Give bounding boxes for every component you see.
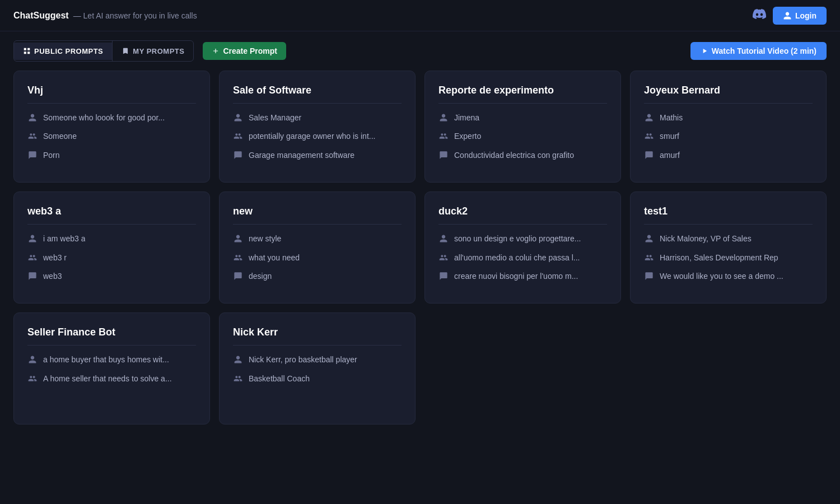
card-row-3: Conductividad electrica con grafito <box>438 150 607 163</box>
prompt-card[interactable]: Seller Finance Bot a home buyer that buy… <box>13 312 210 424</box>
prompt-card[interactable]: Sale of Software Sales Manager potential… <box>219 71 416 183</box>
person-icon <box>27 234 38 246</box>
card-row-3-text: Conductividad electrica con grafito <box>454 150 574 161</box>
card-row-2-text: Someone <box>43 131 77 142</box>
watch-tutorial-button[interactable]: Watch Tutorial Video (2 min) <box>690 42 827 60</box>
card-row-2-text: smurf <box>660 131 679 142</box>
card-row-1: Jimena <box>438 113 607 125</box>
card-row-1: Someone who loook for good por... <box>27 113 196 125</box>
card-row-2-text: Experto <box>454 131 481 142</box>
card-row-2: Experto <box>438 131 607 144</box>
card-row-1: Nick Maloney, VP of Sales <box>644 234 813 246</box>
login-label: Login <box>795 11 816 20</box>
card-row-2-text: Harrison, Sales Development Rep <box>660 253 778 264</box>
card-row-1: Sales Manager <box>233 113 402 125</box>
person-icon <box>27 113 38 125</box>
card-row-1-text: sono un design e voglio progettare... <box>454 234 581 245</box>
person-icon <box>233 234 243 246</box>
card-row-1-text: Sales Manager <box>249 113 301 124</box>
card-row-3: web3 <box>27 271 196 284</box>
prompt-card[interactable]: Reporte de experimento Jimena Experto Co… <box>424 71 621 183</box>
chat-icon <box>644 151 654 163</box>
card-row-3-text: Garage management software <box>249 150 354 161</box>
card-row-3: amurf <box>644 150 813 163</box>
chat-icon <box>438 151 449 163</box>
card-row-1-text: Nick Kerr, pro basketball player <box>249 354 357 366</box>
group-icon <box>438 132 449 144</box>
card-title: web3 a <box>27 206 196 225</box>
card-row-1-text: i am web3 a <box>43 234 85 245</box>
user-icon <box>783 11 792 20</box>
card-row-3-text: Porn <box>43 150 60 161</box>
card-title: Seller Finance Bot <box>27 326 196 346</box>
person-icon <box>438 113 449 125</box>
header-left: ChatSuggest — Let AI answer for you in l… <box>13 11 197 21</box>
tab-group: PUBLIC PROMPTS MY PROMPTS <box>13 40 194 62</box>
card-row-3-text: amurf <box>660 150 680 161</box>
discord-icon <box>753 7 766 24</box>
card-row-3: Garage management software <box>233 150 402 163</box>
card-title: Reporte de experimento <box>438 85 607 104</box>
card-row-2: web3 r <box>27 253 196 265</box>
bookmark-icon <box>122 47 129 55</box>
my-prompts-tab[interactable]: MY PROMPTS <box>113 43 193 60</box>
card-row-1: a home buyer that buys homes wit... <box>27 354 196 367</box>
chat-icon <box>27 151 38 163</box>
group-icon <box>438 253 449 265</box>
group-icon <box>233 374 243 386</box>
card-row-3: design <box>233 271 402 284</box>
prompt-card[interactable]: web3 a i am web3 a web3 r web3 <box>13 192 210 304</box>
card-title: Sale of Software <box>233 85 402 104</box>
app-title: ChatSuggest <box>13 11 69 21</box>
card-row-2-text: web3 r <box>43 253 67 264</box>
card-title: Vhj <box>27 85 196 104</box>
person-icon <box>27 355 38 367</box>
card-row-1: Nick Kerr, pro basketball player <box>233 354 402 367</box>
card-row-3-text: We would like you to see a demo ... <box>660 271 783 282</box>
card-row-2: what you need <box>233 253 402 265</box>
card-title: new <box>233 206 402 225</box>
card-row-1-text: Jimena <box>454 113 479 124</box>
card-row-1: new style <box>233 234 402 246</box>
card-row-3-text: design <box>249 271 272 282</box>
person-icon <box>644 234 654 246</box>
card-row-1-text: Nick Maloney, VP of Sales <box>660 234 752 245</box>
card-row-3-text: creare nuovi bisogni per l'uomo m... <box>454 271 578 282</box>
card-row-2-text: Basketball Coach <box>249 374 310 385</box>
group-icon <box>644 253 654 265</box>
card-row-1-text: a home buyer that buys homes wit... <box>43 354 169 366</box>
toolbar: PUBLIC PROMPTS MY PROMPTS Create Prompt … <box>0 31 840 71</box>
app-subtitle: — Let AI answer for you in live calls <box>73 11 197 20</box>
prompt-card[interactable]: test1 Nick Maloney, VP of Sales Harrison… <box>630 192 827 304</box>
group-icon <box>644 132 654 144</box>
card-row-1: Mathis <box>644 113 813 125</box>
person-icon <box>438 234 449 246</box>
card-row-2: Basketball Coach <box>233 374 402 386</box>
chat-icon <box>27 272 38 284</box>
header: ChatSuggest — Let AI answer for you in l… <box>0 0 840 31</box>
create-prompt-button[interactable]: Create Prompt <box>203 42 286 60</box>
prompt-card[interactable]: duck2 sono un design e voglio progettare… <box>424 192 621 304</box>
card-row-3: We would like you to see a demo ... <box>644 271 813 284</box>
card-row-2-text: what you need <box>249 253 300 264</box>
public-prompts-tab[interactable]: PUBLIC PROMPTS <box>14 43 112 60</box>
card-row-2-text: all'uomo medio a colui che passa l... <box>454 253 580 264</box>
chat-icon <box>233 151 243 163</box>
person-icon <box>233 113 243 125</box>
prompt-card[interactable]: Vhj Someone who loook for good por... So… <box>13 71 210 183</box>
group-icon <box>27 132 38 144</box>
card-row-3: Porn <box>27 150 196 163</box>
card-title: duck2 <box>438 206 607 225</box>
chat-icon <box>438 272 449 284</box>
chat-icon <box>233 272 243 284</box>
card-row-1-text: Mathis <box>660 113 683 124</box>
person-icon <box>644 113 654 125</box>
login-button[interactable]: Login <box>773 7 827 25</box>
prompt-card[interactable]: new new style what you need design <box>219 192 416 304</box>
play-icon <box>701 47 708 55</box>
card-row-2: Harrison, Sales Development Rep <box>644 253 813 265</box>
card-row-1: sono un design e voglio progettare... <box>438 234 607 246</box>
prompt-card[interactable]: Nick Kerr Nick Kerr, pro basketball play… <box>219 312 416 424</box>
prompt-card[interactable]: Joyeux Bernard Mathis smurf amurf <box>630 71 827 183</box>
card-row-1: i am web3 a <box>27 234 196 246</box>
